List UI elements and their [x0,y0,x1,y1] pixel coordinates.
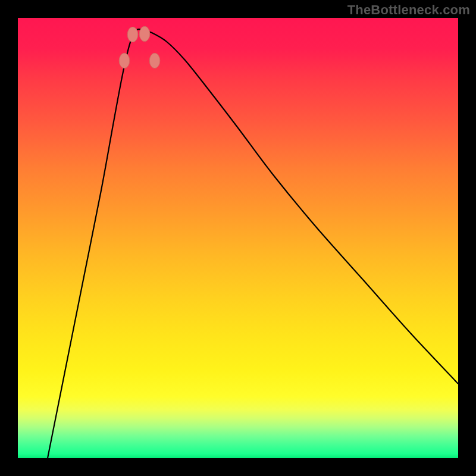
chart-frame: TheBottleneck.com [0,0,476,476]
watermark-text: TheBottleneck.com [347,2,470,18]
markers-svg [18,18,458,458]
curve-marker [127,27,138,42]
markers-group [119,26,160,68]
curve-marker [119,53,130,68]
plot-area [18,18,458,458]
curve-marker [149,53,160,68]
curve-marker [139,26,150,41]
